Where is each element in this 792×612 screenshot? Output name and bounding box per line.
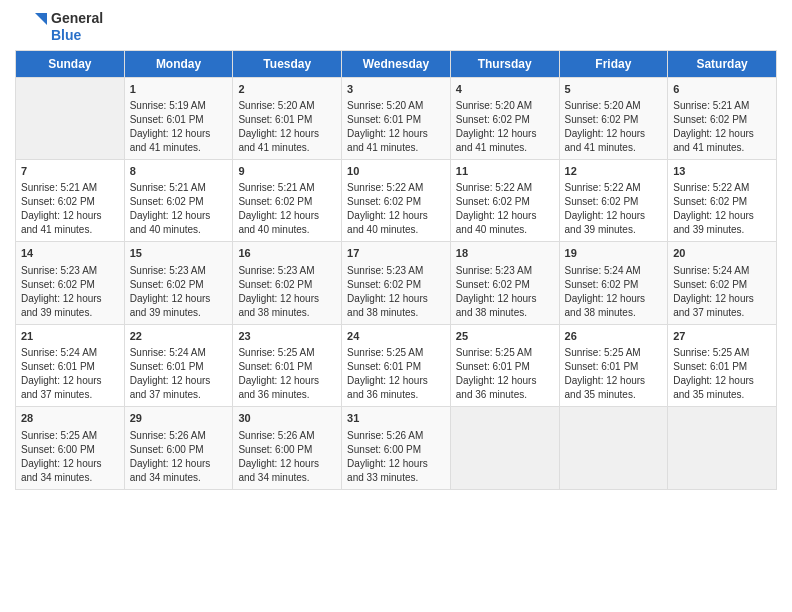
day-number: 26 (565, 329, 663, 344)
day-info: Daylight: 12 hours and 37 minutes. (673, 292, 771, 320)
day-number: 21 (21, 329, 119, 344)
calendar-cell: 21Sunrise: 5:24 AMSunset: 6:01 PMDayligh… (16, 324, 125, 406)
day-info: Sunrise: 5:26 AM (238, 429, 336, 443)
calendar-cell: 2Sunrise: 5:20 AMSunset: 6:01 PMDaylight… (233, 77, 342, 159)
day-info: Sunrise: 5:25 AM (21, 429, 119, 443)
day-info: Daylight: 12 hours and 37 minutes. (130, 374, 228, 402)
day-number: 27 (673, 329, 771, 344)
col-saturday: Saturday (668, 50, 777, 77)
day-info: Daylight: 12 hours and 35 minutes. (673, 374, 771, 402)
day-info: Sunrise: 5:23 AM (347, 264, 445, 278)
day-info: Sunrise: 5:23 AM (21, 264, 119, 278)
day-info: Sunrise: 5:25 AM (673, 346, 771, 360)
day-info: Sunset: 6:01 PM (130, 360, 228, 374)
calendar-cell: 20Sunrise: 5:24 AMSunset: 6:02 PMDayligh… (668, 242, 777, 324)
calendar-cell: 9Sunrise: 5:21 AMSunset: 6:02 PMDaylight… (233, 159, 342, 241)
calendar-cell: 13Sunrise: 5:22 AMSunset: 6:02 PMDayligh… (668, 159, 777, 241)
day-number: 3 (347, 82, 445, 97)
day-number: 23 (238, 329, 336, 344)
calendar-cell: 5Sunrise: 5:20 AMSunset: 6:02 PMDaylight… (559, 77, 668, 159)
calendar-cell: 7Sunrise: 5:21 AMSunset: 6:02 PMDaylight… (16, 159, 125, 241)
day-info: Sunrise: 5:22 AM (347, 181, 445, 195)
day-number: 16 (238, 246, 336, 261)
calendar-cell (16, 77, 125, 159)
logo-graphic: General Blue (15, 10, 103, 44)
day-info: Sunrise: 5:23 AM (238, 264, 336, 278)
calendar-cell: 10Sunrise: 5:22 AMSunset: 6:02 PMDayligh… (342, 159, 451, 241)
calendar-cell: 22Sunrise: 5:24 AMSunset: 6:01 PMDayligh… (124, 324, 233, 406)
day-info: Sunset: 6:02 PM (565, 113, 663, 127)
calendar-cell: 16Sunrise: 5:23 AMSunset: 6:02 PMDayligh… (233, 242, 342, 324)
day-info: Sunset: 6:02 PM (456, 195, 554, 209)
day-number: 18 (456, 246, 554, 261)
day-number: 6 (673, 82, 771, 97)
day-info: Sunrise: 5:22 AM (456, 181, 554, 195)
day-info: Daylight: 12 hours and 39 minutes. (673, 209, 771, 237)
day-info: Daylight: 12 hours and 41 minutes. (565, 127, 663, 155)
day-info: Sunrise: 5:21 AM (21, 181, 119, 195)
day-info: Daylight: 12 hours and 39 minutes. (565, 209, 663, 237)
day-info: Sunrise: 5:24 AM (130, 346, 228, 360)
col-tuesday: Tuesday (233, 50, 342, 77)
day-info: Sunrise: 5:25 AM (456, 346, 554, 360)
day-info: Sunrise: 5:25 AM (347, 346, 445, 360)
day-info: Sunrise: 5:22 AM (673, 181, 771, 195)
day-info: Sunrise: 5:20 AM (456, 99, 554, 113)
day-number: 8 (130, 164, 228, 179)
calendar-cell: 12Sunrise: 5:22 AMSunset: 6:02 PMDayligh… (559, 159, 668, 241)
day-number: 7 (21, 164, 119, 179)
day-info: Daylight: 12 hours and 41 minutes. (130, 127, 228, 155)
day-number: 9 (238, 164, 336, 179)
calendar-header-row: Sunday Monday Tuesday Wednesday Thursday… (16, 50, 777, 77)
day-number: 17 (347, 246, 445, 261)
day-info: Daylight: 12 hours and 40 minutes. (456, 209, 554, 237)
calendar-cell: 26Sunrise: 5:25 AMSunset: 6:01 PMDayligh… (559, 324, 668, 406)
day-number: 25 (456, 329, 554, 344)
day-info: Daylight: 12 hours and 38 minutes. (347, 292, 445, 320)
day-info: Daylight: 12 hours and 39 minutes. (130, 292, 228, 320)
calendar-cell (559, 407, 668, 489)
day-info: Sunset: 6:01 PM (21, 360, 119, 374)
calendar-week-row: 14Sunrise: 5:23 AMSunset: 6:02 PMDayligh… (16, 242, 777, 324)
day-number: 14 (21, 246, 119, 261)
calendar-cell: 30Sunrise: 5:26 AMSunset: 6:00 PMDayligh… (233, 407, 342, 489)
col-monday: Monday (124, 50, 233, 77)
day-number: 24 (347, 329, 445, 344)
calendar-cell: 23Sunrise: 5:25 AMSunset: 6:01 PMDayligh… (233, 324, 342, 406)
calendar-cell: 25Sunrise: 5:25 AMSunset: 6:01 PMDayligh… (450, 324, 559, 406)
day-number: 11 (456, 164, 554, 179)
day-info: Sunrise: 5:21 AM (238, 181, 336, 195)
day-info: Sunset: 6:02 PM (673, 113, 771, 127)
day-info: Daylight: 12 hours and 34 minutes. (130, 457, 228, 485)
calendar-cell: 29Sunrise: 5:26 AMSunset: 6:00 PMDayligh… (124, 407, 233, 489)
day-number: 1 (130, 82, 228, 97)
day-info: Sunset: 6:02 PM (130, 195, 228, 209)
day-number: 13 (673, 164, 771, 179)
calendar-cell: 8Sunrise: 5:21 AMSunset: 6:02 PMDaylight… (124, 159, 233, 241)
calendar-cell: 4Sunrise: 5:20 AMSunset: 6:02 PMDaylight… (450, 77, 559, 159)
day-info: Daylight: 12 hours and 41 minutes. (456, 127, 554, 155)
day-info: Daylight: 12 hours and 41 minutes. (673, 127, 771, 155)
day-info: Sunrise: 5:21 AM (673, 99, 771, 113)
day-info: Sunrise: 5:20 AM (347, 99, 445, 113)
day-info: Sunrise: 5:25 AM (565, 346, 663, 360)
day-info: Sunset: 6:02 PM (456, 113, 554, 127)
day-info: Sunset: 6:02 PM (456, 278, 554, 292)
day-info: Sunset: 6:02 PM (673, 195, 771, 209)
day-info: Daylight: 12 hours and 40 minutes. (130, 209, 228, 237)
day-info: Sunset: 6:00 PM (238, 443, 336, 457)
col-thursday: Thursday (450, 50, 559, 77)
day-number: 12 (565, 164, 663, 179)
day-info: Sunset: 6:02 PM (673, 278, 771, 292)
calendar-cell (668, 407, 777, 489)
calendar-cell: 24Sunrise: 5:25 AMSunset: 6:01 PMDayligh… (342, 324, 451, 406)
day-info: Sunset: 6:02 PM (238, 278, 336, 292)
day-info: Sunset: 6:02 PM (347, 195, 445, 209)
calendar-cell: 14Sunrise: 5:23 AMSunset: 6:02 PMDayligh… (16, 242, 125, 324)
col-wednesday: Wednesday (342, 50, 451, 77)
day-info: Sunrise: 5:19 AM (130, 99, 228, 113)
svg-marker-0 (35, 13, 47, 25)
day-info: Sunrise: 5:24 AM (21, 346, 119, 360)
day-info: Sunset: 6:01 PM (456, 360, 554, 374)
calendar-cell: 27Sunrise: 5:25 AMSunset: 6:01 PMDayligh… (668, 324, 777, 406)
